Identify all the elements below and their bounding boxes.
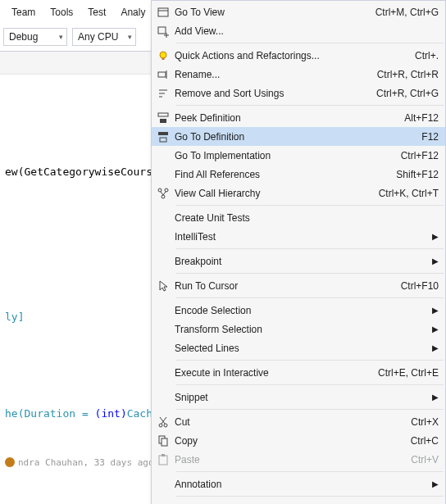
cut-icon xyxy=(152,415,175,429)
menu-label: Add View... xyxy=(175,25,439,37)
menu-item-execute-in-interactive[interactable]: Execute in InteractiveCtrl+E, Ctrl+E xyxy=(152,363,445,382)
menu-separator xyxy=(176,496,444,497)
svg-rect-2 xyxy=(158,27,166,34)
config-value: Debug xyxy=(9,31,38,43)
menu-item-add-view[interactable]: Add View... xyxy=(152,21,445,40)
menu-item-selected-lines[interactable]: Selected Lines▶ xyxy=(152,338,445,357)
menu-item-cut[interactable]: CutCtrl+X xyxy=(152,412,445,431)
menu-separator xyxy=(176,471,444,472)
menu-separator xyxy=(176,43,444,43)
chevron-down-icon: ▾ xyxy=(59,33,63,41)
addview-icon xyxy=(152,25,175,38)
menu-separator xyxy=(176,248,444,249)
menu-shortcut: Ctrl+. xyxy=(405,50,439,61)
menu-shortcut: Shift+F12 xyxy=(386,169,439,180)
menu-shortcut: Ctrl+K, Ctrl+T xyxy=(369,188,439,199)
menu-item-peek-definition[interactable]: Peek DefinitionAlt+F12 xyxy=(152,108,445,127)
menu-label: Run To Cursor xyxy=(175,280,391,292)
menu-label: Transform Selection xyxy=(175,324,422,335)
submenu-arrow-icon: ▶ xyxy=(422,479,439,488)
svg-rect-0 xyxy=(158,8,168,16)
menu-label: Copy xyxy=(175,435,401,447)
svg-rect-6 xyxy=(162,58,165,60)
menu-item-view-call-hierarchy[interactable]: View Call HierarchyCtrl+K, Ctrl+T xyxy=(152,184,445,202)
menu-separator xyxy=(176,105,444,106)
menu-shortcut: Ctrl+E, Ctrl+E xyxy=(368,367,439,379)
menu-shortcut: Ctrl+R, Ctrl+R xyxy=(367,69,439,80)
config-dropdown[interactable]: Debug ▾ xyxy=(3,28,67,46)
menu-separator xyxy=(176,205,444,206)
submenu-arrow-icon: ▶ xyxy=(422,257,439,266)
menu-label: View Call Hierarchy xyxy=(175,188,369,199)
menu-item-transform-selection[interactable]: Transform Selection▶ xyxy=(152,320,445,338)
submenu-arrow-icon: ▶ xyxy=(422,325,439,334)
menu-label: Find All References xyxy=(175,169,386,180)
menu-item-rename[interactable]: Rename...Ctrl+R, Ctrl+R xyxy=(152,65,445,84)
svg-rect-24 xyxy=(162,454,165,456)
menu-label: Execute in Interactive xyxy=(175,367,368,379)
menu-item-go-to-implementation[interactable]: Go To ImplementationCtrl+F12 xyxy=(152,146,445,165)
submenu-arrow-icon: ▶ xyxy=(422,232,439,241)
menu-item-go-to-view[interactable]: Go To ViewCtrl+M, Ctrl+G xyxy=(152,2,445,21)
hierarchy-icon xyxy=(152,187,175,200)
menu-label: Annotation xyxy=(175,479,422,490)
copy-icon xyxy=(152,434,175,447)
menu-label: Snippet xyxy=(175,392,422,403)
view-icon xyxy=(152,6,175,19)
submenu-arrow-icon: ▶ xyxy=(422,306,439,315)
svg-point-19 xyxy=(159,424,162,427)
menu-label: Cut xyxy=(175,416,401,428)
svg-point-17 xyxy=(165,188,168,192)
menu-shortcut: F12 xyxy=(412,131,439,143)
sort-icon xyxy=(152,87,175,100)
menu-test[interactable]: Test xyxy=(88,7,106,18)
svg-rect-13 xyxy=(160,119,166,123)
menu-label: IntelliTest xyxy=(175,231,422,243)
menu-item-breakpoint[interactable]: Breakpoint▶ xyxy=(152,252,445,270)
menu-label: Create Unit Tests xyxy=(175,212,439,224)
context-menu: Go To ViewCtrl+M, Ctrl+GAdd View...Quick… xyxy=(151,0,446,504)
menu-item-remove-and-sort-usings[interactable]: Remove and Sort UsingsCtrl+R, Ctrl+G xyxy=(152,84,445,102)
menu-tools[interactable]: Tools xyxy=(50,7,73,18)
menu-separator xyxy=(176,273,444,274)
menu-label: Go To View xyxy=(175,7,366,18)
menu-shortcut: Ctrl+F10 xyxy=(391,280,439,292)
menu-item-snippet[interactable]: Snippet▶ xyxy=(152,388,445,406)
menu-shortcut: Ctrl+X xyxy=(401,416,439,428)
submenu-arrow-icon: ▶ xyxy=(422,343,439,352)
platform-dropdown[interactable]: Any CPU ▾ xyxy=(72,28,136,46)
menu-item-annotation[interactable]: Annotation▶ xyxy=(152,474,445,493)
menu-shortcut: Ctrl+V xyxy=(401,454,439,465)
menu-label: Encode Selection xyxy=(175,305,422,316)
menu-separator xyxy=(176,409,444,410)
svg-point-20 xyxy=(164,424,167,427)
menu-label: Remove and Sort Usings xyxy=(175,88,366,99)
menu-shortcut: Ctrl+F12 xyxy=(391,150,439,161)
menu-label: Paste xyxy=(175,454,401,465)
menu-item-go-to-definition[interactable]: Go To DefinitionF12 xyxy=(152,127,445,146)
menu-item-outlining[interactable]: Outlining▶ xyxy=(152,499,445,504)
menu-label: Go To Implementation xyxy=(175,150,391,161)
menu-label: Selected Lines xyxy=(175,343,422,354)
svg-rect-23 xyxy=(159,456,167,465)
menu-item-create-unit-tests[interactable]: Create Unit Tests xyxy=(152,208,445,227)
menu-label: Rename... xyxy=(175,69,367,80)
menu-team[interactable]: Team xyxy=(11,7,35,18)
menu-item-encode-selection[interactable]: Encode Selection▶ xyxy=(152,301,445,320)
svg-rect-22 xyxy=(162,438,167,446)
svg-rect-15 xyxy=(160,138,166,142)
rename-icon xyxy=(152,68,175,81)
menu-shortcut: Ctrl+R, Ctrl+G xyxy=(366,88,439,99)
menu-item-quick-actions-and-refactorings[interactable]: Quick Actions and Refactorings...Ctrl+. xyxy=(152,46,445,65)
paste-icon xyxy=(152,453,175,466)
menu-item-intellitest[interactable]: IntelliTest▶ xyxy=(152,227,445,246)
menu-item-copy[interactable]: CopyCtrl+C xyxy=(152,431,445,450)
menu-item-find-all-references[interactable]: Find All ReferencesShift+F12 xyxy=(152,165,445,184)
svg-point-16 xyxy=(158,188,162,192)
menu-item-run-to-cursor[interactable]: Run To CursorCtrl+F10 xyxy=(152,276,445,295)
menu-item-paste: PasteCtrl+V xyxy=(152,450,445,469)
menu-analyze[interactable]: Analy xyxy=(121,7,145,18)
svg-rect-7 xyxy=(158,72,166,77)
platform-value: Any CPU xyxy=(78,31,118,43)
chevron-down-icon: ▾ xyxy=(128,33,132,41)
